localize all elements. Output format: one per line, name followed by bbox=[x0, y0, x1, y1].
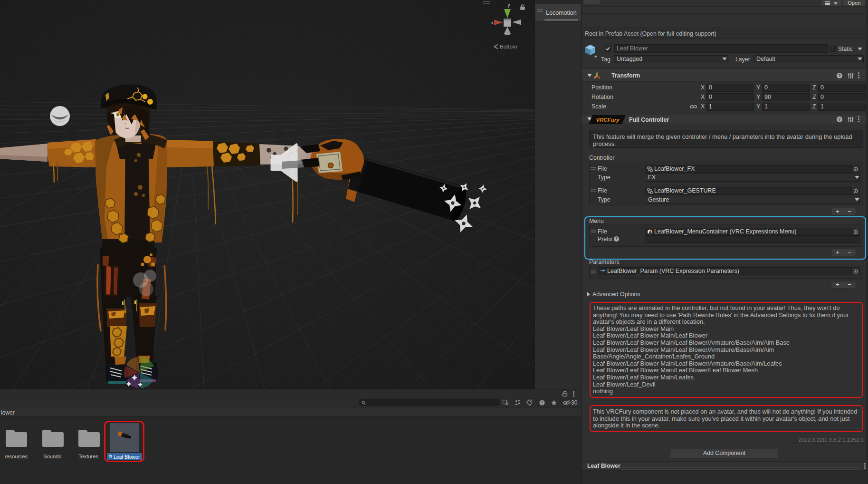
svg-text:x: x bbox=[491, 20, 494, 25]
svg-text:y: y bbox=[508, 2, 510, 8]
svg-text:Bottom: Bottom bbox=[500, 44, 517, 49]
